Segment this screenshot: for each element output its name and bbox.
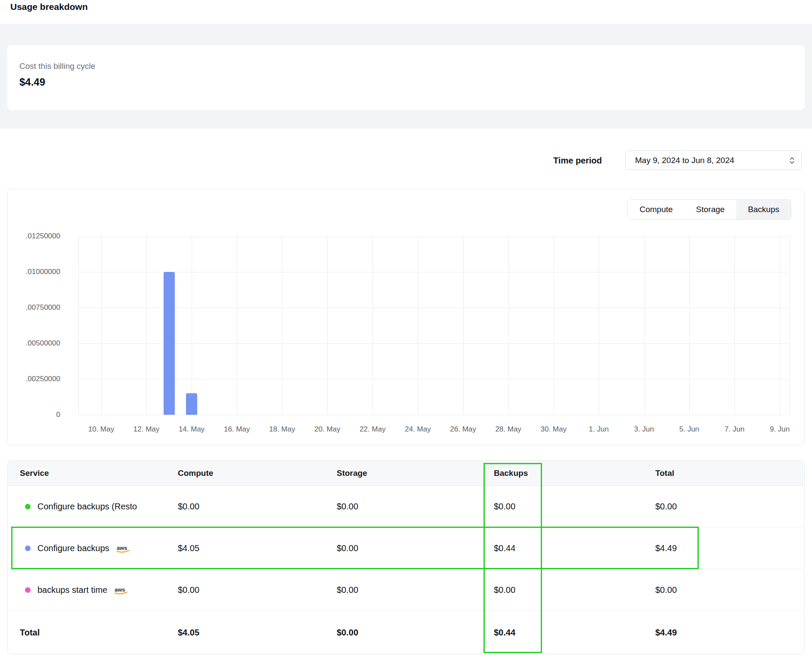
total-backups-value: $0.44	[494, 628, 655, 638]
aws-logo: aws	[113, 586, 129, 595]
usage-bar-chart: .01250000.01000000.00750000.00500000.002…	[8, 189, 804, 445]
gridline-vertical	[789, 236, 790, 415]
gridline-horizontal	[78, 343, 789, 344]
gridline-vertical	[237, 236, 237, 415]
page-title: Usage breakdown	[10, 2, 88, 12]
table-header-row: Service Compute Storage Backups Total	[8, 461, 804, 486]
gridline-vertical	[599, 236, 599, 415]
usage-table: Service Compute Storage Backups Total Co…	[7, 460, 805, 654]
svg-text:aws: aws	[115, 586, 125, 593]
time-period-label: Time period	[553, 156, 602, 166]
gridline-vertical	[508, 236, 509, 415]
series-color-dot	[25, 546, 31, 551]
table-row: Configure backupsaws$4.05$0.00$0.44$4.49	[8, 527, 804, 569]
svg-text:aws: aws	[117, 545, 127, 551]
gridline-vertical	[689, 236, 690, 415]
tab-compute[interactable]: Compute	[628, 200, 684, 219]
tab-storage[interactable]: Storage	[685, 200, 737, 219]
total-compute-value: $4.05	[178, 628, 337, 638]
y-axis-label: .01250000	[8, 232, 60, 240]
total-row-label: Total	[8, 628, 178, 638]
gridline-horizontal	[78, 236, 789, 237]
time-period-select[interactable]: May 9, 2024 to Jun 8, 2024	[625, 151, 802, 170]
table-row: Configure backups (Resto$0.00$0.00$0.00$…	[8, 486, 804, 527]
usage-value: $0.44	[494, 543, 655, 553]
gridline-vertical	[146, 236, 147, 415]
gridline-vertical	[327, 236, 328, 415]
service-name: Configure backups	[37, 543, 109, 553]
usage-value: $4.49	[655, 543, 804, 553]
y-axis-label: .01000000	[8, 268, 60, 276]
total-total-value: $4.49	[655, 628, 804, 638]
chart-metric-tabs: ComputeStorageBackups	[627, 199, 791, 220]
gridline-horizontal	[78, 379, 789, 379]
usage-chart-card: .01250000.01000000.00750000.00500000.002…	[7, 188, 805, 445]
usage-value: $0.00	[494, 502, 655, 512]
table-row: backups start timeaws$0.00$0.00$0.00$0.0…	[8, 569, 804, 611]
chevron-up-down-icon	[789, 156, 795, 165]
gridline-vertical	[418, 236, 418, 415]
column-header-total: Total	[655, 469, 804, 478]
cost-card-label: Cost this billing cycle	[19, 62, 95, 71]
y-axis-label: .00250000	[8, 375, 60, 383]
column-header-compute: Compute	[178, 469, 337, 478]
x-axis-label: 9. Jun	[752, 425, 808, 434]
usage-value: $0.00	[337, 585, 494, 595]
chart-bar	[186, 393, 197, 415]
gridline-vertical	[192, 236, 192, 415]
usage-value: $0.00	[655, 502, 804, 512]
column-header-storage: Storage	[337, 469, 494, 478]
y-axis-label: .00500000	[8, 339, 60, 348]
total-storage-value: $0.00	[337, 628, 494, 638]
usage-value: $0.00	[494, 585, 655, 595]
series-color-dot	[25, 504, 31, 509]
gridline-horizontal	[78, 272, 789, 272]
column-header-service: Service	[8, 469, 178, 478]
service-name: backups start time	[37, 585, 107, 595]
gridline-vertical	[644, 236, 645, 415]
tab-backups[interactable]: Backups	[736, 200, 791, 219]
gridline-vertical	[463, 236, 464, 415]
cost-card-value: $4.49	[19, 76, 45, 88]
gridline-vertical	[735, 236, 735, 415]
column-header-backups: Backups	[494, 469, 655, 478]
usage-value: $0.00	[178, 502, 337, 512]
table-total-row: Total $4.05 $0.00 $0.44 $4.49	[8, 611, 804, 654]
gridline-vertical	[780, 236, 780, 415]
cost-card: Cost this billing cycle $4.49	[7, 45, 805, 110]
service-name: Configure backups (Resto	[37, 502, 137, 512]
service-cell: backups start timeaws	[8, 585, 178, 595]
gridline-vertical	[372, 236, 373, 415]
summary-band: Cost this billing cycle $4.49	[0, 24, 812, 129]
usage-value: $0.00	[655, 585, 804, 595]
gridline-vertical	[282, 236, 282, 415]
table-body: Configure backups (Resto$0.00$0.00$0.00$…	[8, 486, 804, 611]
usage-value: $4.05	[178, 543, 337, 553]
time-period-value: May 9, 2024 to Jun 8, 2024	[635, 156, 734, 165]
aws-logo: aws	[115, 544, 131, 553]
gridline-vertical	[101, 236, 102, 415]
service-cell: Configure backups (Resto	[8, 502, 178, 512]
service-cell: Configure backupsaws	[8, 543, 178, 553]
y-axis-label: .00750000	[8, 303, 60, 312]
chart-bar	[164, 272, 175, 415]
usage-value: $0.00	[337, 502, 494, 512]
usage-value: $0.00	[337, 543, 494, 553]
y-axis-label: 0	[8, 410, 60, 419]
gridline-vertical	[78, 236, 79, 415]
gridline-horizontal	[78, 415, 789, 415]
gridline-horizontal	[78, 308, 789, 308]
gridline-vertical	[554, 236, 554, 415]
series-color-dot	[25, 587, 31, 593]
usage-value: $0.00	[178, 585, 337, 595]
